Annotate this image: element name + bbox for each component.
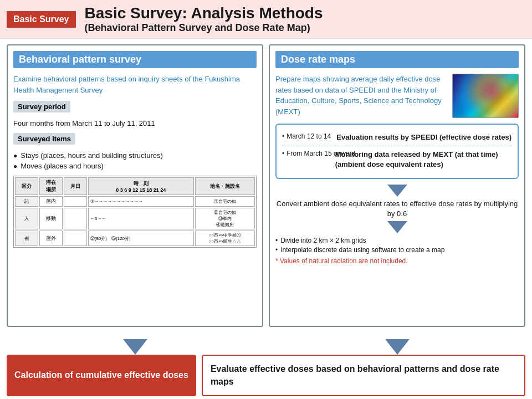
table-header: 区分 <box>15 177 38 195</box>
table-cell: ②(80分) ⑤(120分) <box>88 231 194 246</box>
right-panel-header: Prepare maps showing average daily effec… <box>275 74 519 118</box>
speedi-date-2: From March 15 onward <box>282 150 330 157</box>
speedi-desc-1: Evaluation results by SPEEDI (effective … <box>336 132 511 142</box>
speedi-box: March 12 to 14 Evaluation results by SPE… <box>275 124 519 179</box>
table-header: 地名・施設名 <box>195 177 255 195</box>
list-item: Divide into 2 km × 2 km grids <box>275 237 519 244</box>
left-intro-text: Examine behavioral patterns based on inq… <box>13 74 257 95</box>
page-title: Basic Survey: Analysis Methods <box>85 4 323 22</box>
bottom-left-box: Calculation of cumulative effective dose… <box>7 355 196 396</box>
arrows-row <box>0 332 532 355</box>
header-title-block: Basic Survey: Analysis Methods (Behavior… <box>85 4 323 34</box>
page-subtitle: (Behavioral Pattern Survey and Dose Rate… <box>85 22 323 34</box>
survey-period-text: Four months from March 11 to July 11, 20… <box>13 119 257 127</box>
table-cell: 屋内 <box>39 196 63 207</box>
bottom-right-text: Evaluate effective doses based on behavi… <box>211 363 516 388</box>
table-cell <box>64 231 87 246</box>
table-header: 滞在場所 <box>39 177 63 195</box>
arrow-down-1 <box>275 185 519 197</box>
main-content: Behavioral pattern survey Examine behavi… <box>0 39 532 332</box>
page-footer: Prepared based on the website of Fukushi… <box>0 396 532 399</box>
table-cell: ○○市××中学校①○○市××町生△△ <box>195 231 255 246</box>
table-cell: ←3→← <box>88 208 194 229</box>
big-arrow-right-icon <box>385 339 410 355</box>
table-cell: 入 <box>15 208 38 229</box>
survey-table: 区分 滞在場所 月日 時 刻0 3 6 9 12 15 18 21 24 地名・… <box>13 176 257 248</box>
big-arrow-left-icon <box>123 339 147 355</box>
left-panel-title: Behavioral pattern survey <box>13 51 257 68</box>
page-header: Basic Survey Basic Survey: Analysis Meth… <box>0 0 532 39</box>
list-item: Stays (places, hours and building struct… <box>13 151 257 160</box>
survey-period-label: Survey period <box>13 101 70 112</box>
bottom-section: Calculation of cumulative effective dose… <box>0 355 532 396</box>
down-arrow-icon <box>387 221 407 233</box>
speedi-row-1: March 12 to 14 Evaluation results by SPE… <box>282 129 512 146</box>
grid-list: Divide into 2 km × 2 km grids Interpolat… <box>275 237 519 254</box>
table-cell: 記 <box>15 196 38 207</box>
bottom-left-text: Calculation of cumulative effective dose… <box>14 370 188 381</box>
down-arrow-icon <box>387 185 407 197</box>
surveyed-items-label: Surveyed items <box>13 133 75 145</box>
table-header: 時 刻0 3 6 9 12 15 18 21 24 <box>88 177 194 195</box>
arrow-down-2 <box>275 221 519 233</box>
dose-rate-map-image <box>452 74 519 118</box>
speedi-date-1: March 12 to 14 <box>282 132 331 140</box>
natural-note: * Values of natural radiation are not in… <box>275 257 519 265</box>
right-intro-text: Prepare maps showing average daily effec… <box>275 74 448 117</box>
arrow-left-area <box>7 339 263 355</box>
right-panel: Dose rate maps Prepare maps showing aver… <box>269 44 525 327</box>
bullet-list: Stays (places, hours and building struct… <box>13 151 257 170</box>
table-cell: ①→→→→→→→→→→→ <box>88 196 194 207</box>
speedi-row-2: From March 15 onward Monitoring data rel… <box>282 146 512 173</box>
table-cell: ①自宅の如 <box>195 196 255 207</box>
arrow-right-area <box>269 339 525 355</box>
table-header: 月日 <box>64 177 87 195</box>
basic-survey-badge: Basic Survey <box>7 11 76 28</box>
table-cell <box>64 196 87 207</box>
table-cell: 例 <box>15 231 38 246</box>
convert-text: Convert ambient dose equivalent rates to… <box>275 199 519 219</box>
list-item: Interpolate discrete data using software… <box>275 246 519 254</box>
bottom-right-box: Evaluate effective doses based on behavi… <box>202 355 525 396</box>
left-panel: Behavioral pattern survey Examine behavi… <box>7 44 263 327</box>
right-panel-title: Dose rate maps <box>275 51 519 68</box>
list-item: Moves (places and hours) <box>13 162 257 170</box>
table-cell: ②自宅の如③車内④避難所 <box>195 208 255 229</box>
speedi-desc-2: Monitoring data released by MEXT (at tha… <box>335 150 512 170</box>
table-cell: 移動 <box>39 208 63 229</box>
table-cell: 屋外 <box>39 231 63 246</box>
table-cell <box>64 208 87 229</box>
